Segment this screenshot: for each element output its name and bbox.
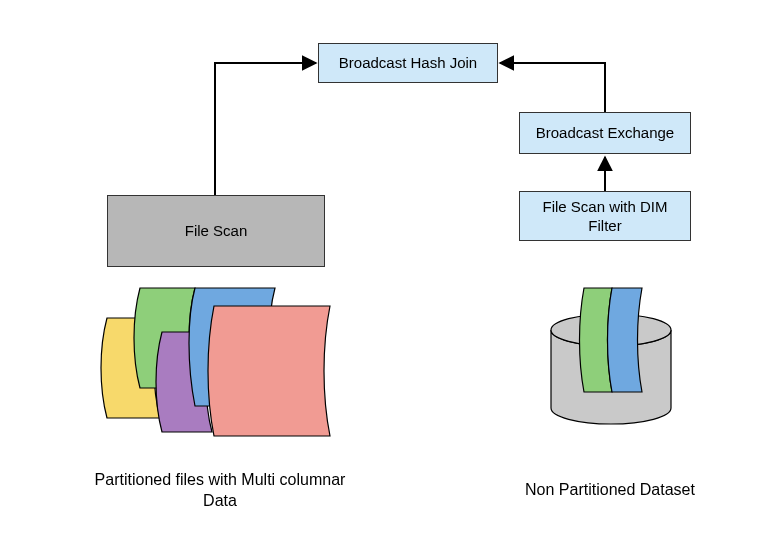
arrow-exchange-to-join bbox=[500, 63, 605, 112]
caption-text: Non Partitioned Dataset bbox=[525, 481, 695, 498]
arrow-filescan-to-join bbox=[215, 63, 316, 195]
caption-right: Non Partitioned Dataset bbox=[510, 480, 710, 501]
caption-left: Partitioned files with Multi columnar Da… bbox=[90, 470, 350, 512]
node-file-scan-dim: File Scan with DIM Filter bbox=[519, 191, 691, 241]
node-file-scan: File Scan bbox=[107, 195, 325, 267]
node-label: File Scan with DIM Filter bbox=[526, 197, 684, 236]
caption-text: Partitioned files with Multi columnar Da… bbox=[95, 471, 346, 509]
partitioned-files-icon bbox=[101, 288, 330, 436]
node-label: Broadcast Exchange bbox=[536, 123, 674, 143]
svg-point-0 bbox=[551, 314, 671, 346]
node-broadcast-exchange: Broadcast Exchange bbox=[519, 112, 691, 154]
node-label: Broadcast Hash Join bbox=[339, 53, 477, 73]
node-label: File Scan bbox=[185, 221, 248, 241]
nonpartitioned-dataset-icon bbox=[551, 288, 671, 424]
node-broadcast-hash-join: Broadcast Hash Join bbox=[318, 43, 498, 83]
